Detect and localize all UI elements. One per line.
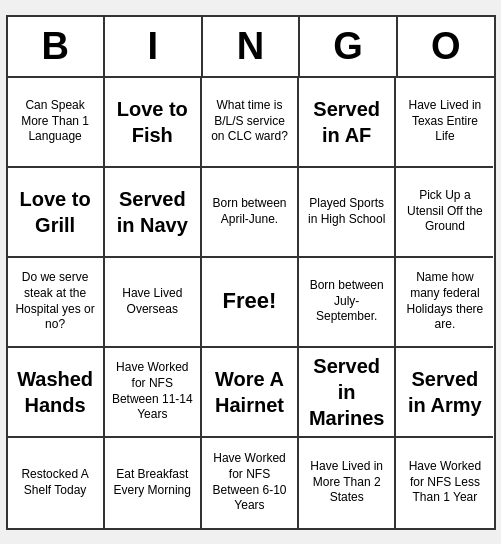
bingo-cell-24[interactable]: Have Worked for NFS Less Than 1 Year (396, 438, 493, 528)
bingo-cell-3[interactable]: Served in AF (299, 78, 396, 168)
header-letter-i: I (105, 17, 203, 76)
bingo-cell-18[interactable]: Served in Marines (299, 348, 396, 438)
bingo-grid: Can Speak More Than 1 LanguageLove to Fi… (8, 78, 494, 528)
bingo-cell-22[interactable]: Have Worked for NFS Between 6-10 Years (202, 438, 299, 528)
bingo-cell-13[interactable]: Born between July-September. (299, 258, 396, 348)
bingo-cell-5[interactable]: Love to Grill (8, 168, 105, 258)
bingo-cell-1[interactable]: Love to Fish (105, 78, 202, 168)
bingo-header: BINGO (8, 17, 494, 78)
bingo-cell-20[interactable]: Restocked A Shelf Today (8, 438, 105, 528)
bingo-cell-14[interactable]: Name how many federal Holidays there are… (396, 258, 493, 348)
header-letter-n: N (203, 17, 301, 76)
bingo-cell-6[interactable]: Served in Navy (105, 168, 202, 258)
bingo-cell-15[interactable]: Washed Hands (8, 348, 105, 438)
bingo-cell-10[interactable]: Do we serve steak at the Hospital yes or… (8, 258, 105, 348)
bingo-cell-17[interactable]: Wore A Hairnet (202, 348, 299, 438)
header-letter-b: B (8, 17, 106, 76)
bingo-cell-12[interactable]: Free! (202, 258, 299, 348)
bingo-cell-9[interactable]: Pick Up a Utensil Off the Ground (396, 168, 493, 258)
bingo-cell-21[interactable]: Eat Breakfast Every Morning (105, 438, 202, 528)
bingo-cell-0[interactable]: Can Speak More Than 1 Language (8, 78, 105, 168)
bingo-cell-4[interactable]: Have Lived in Texas Entire Life (396, 78, 493, 168)
bingo-cell-7[interactable]: Born between April-June. (202, 168, 299, 258)
bingo-card: BINGO Can Speak More Than 1 LanguageLove… (6, 15, 496, 530)
header-letter-g: G (300, 17, 398, 76)
bingo-cell-16[interactable]: Have Worked for NFS Between 11-14 Years (105, 348, 202, 438)
bingo-cell-11[interactable]: Have Lived Overseas (105, 258, 202, 348)
bingo-cell-23[interactable]: Have Lived in More Than 2 States (299, 438, 396, 528)
bingo-cell-19[interactable]: Served in Army (396, 348, 493, 438)
header-letter-o: O (398, 17, 494, 76)
bingo-cell-8[interactable]: Played Sports in High School (299, 168, 396, 258)
bingo-cell-2[interactable]: What time is B/L/S service on CLC ward? (202, 78, 299, 168)
